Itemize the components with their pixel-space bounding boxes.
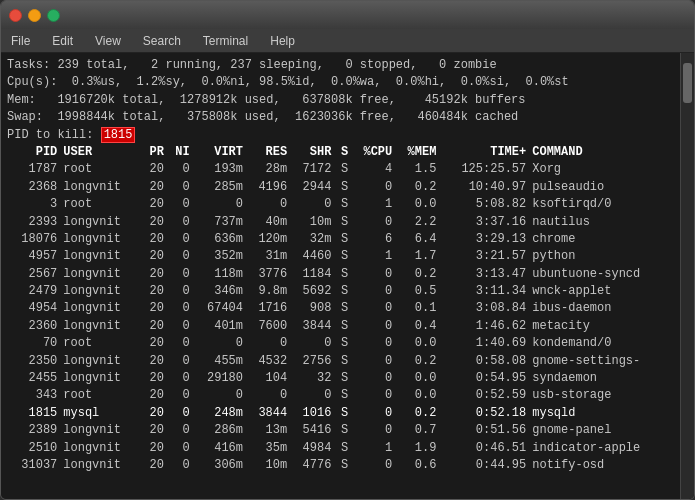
cell-pid: 343 xyxy=(7,387,60,404)
cell-%cpu: 1 xyxy=(351,440,395,457)
menu-item-edit[interactable]: Edit xyxy=(48,32,77,50)
table-row: 18076longvnit200636m120m32mS66.43:29.13c… xyxy=(7,231,674,248)
cell-%mem: 0.0 xyxy=(395,370,439,387)
cell-pid: 2350 xyxy=(7,353,60,370)
cell-command: ubuntuone-syncd xyxy=(529,266,674,283)
close-button[interactable] xyxy=(9,9,22,22)
cell-pr: 20 xyxy=(141,440,167,457)
cell-time+: 1:40.69 xyxy=(439,335,529,352)
menu-item-help[interactable]: Help xyxy=(266,32,299,50)
col-header-virt: VIRT xyxy=(193,144,246,161)
cell-pr: 20 xyxy=(141,387,167,404)
cell-%cpu: 0 xyxy=(351,179,395,196)
cell-virt: 306m xyxy=(193,457,246,474)
cell-user: longvnit xyxy=(60,214,141,231)
cell-pr: 20 xyxy=(141,335,167,352)
table-row: 2360longvnit200401m76003844S00.41:46.62m… xyxy=(7,318,674,335)
cell-pid: 4954 xyxy=(7,300,60,317)
col-header-command: COMMAND xyxy=(529,144,674,161)
pid-kill-line: PID to kill: 1815 xyxy=(7,127,674,144)
menu-item-file[interactable]: File xyxy=(7,32,34,50)
cell-shr: 5692 xyxy=(290,283,334,300)
cell-ni: 0 xyxy=(167,370,193,387)
cell-user: root xyxy=(60,335,141,352)
cell-virt: 737m xyxy=(193,214,246,231)
cell-time+: 3:11.34 xyxy=(439,283,529,300)
table-row: 343root200000S00.00:52.59usb-storage xyxy=(7,387,674,404)
cell-res: 40m xyxy=(246,214,290,231)
cell-res: 0 xyxy=(246,335,290,352)
table-row: 3root200000S10.05:08.82ksoftirqd/0 xyxy=(7,196,674,213)
cell-virt: 285m xyxy=(193,179,246,196)
cell-%cpu: 0 xyxy=(351,300,395,317)
cell-shr: 4460 xyxy=(290,248,334,265)
cell-command: ibus-daemon xyxy=(529,300,674,317)
cell-pr: 20 xyxy=(141,353,167,370)
scrollbar-thumb[interactable] xyxy=(683,63,692,103)
cell-%cpu: 1 xyxy=(351,196,395,213)
terminal-content[interactable]: Tasks: 239 total, 2 running, 237 sleepin… xyxy=(1,53,680,499)
table-row: 4957longvnit200352m31m4460S11.73:21.57py… xyxy=(7,248,674,265)
col-header-%cpu: %CPU xyxy=(351,144,395,161)
cell-pr: 20 xyxy=(141,161,167,178)
cell-pr: 20 xyxy=(141,422,167,439)
cell-command: Xorg xyxy=(529,161,674,178)
cell-%mem: 0.2 xyxy=(395,353,439,370)
cell-s: S xyxy=(334,457,351,474)
cell-%mem: 0.6 xyxy=(395,457,439,474)
col-header-time+: TIME+ xyxy=(439,144,529,161)
col-header-pr: PR xyxy=(141,144,167,161)
cell-res: 10m xyxy=(246,457,290,474)
cell-time+: 125:25.57 xyxy=(439,161,529,178)
cell-user: longvnit xyxy=(60,231,141,248)
menu-item-terminal[interactable]: Terminal xyxy=(199,32,252,50)
process-table: PIDUSERPRNIVIRTRESSHRS%CPU%MEMTIME+COMMA… xyxy=(7,144,674,474)
table-row: 2510longvnit200416m35m4984S11.90:46.51in… xyxy=(7,440,674,457)
cell-pr: 20 xyxy=(141,370,167,387)
minimize-button[interactable] xyxy=(28,9,41,22)
cell-shr: 32 xyxy=(290,370,334,387)
menu-item-search[interactable]: Search xyxy=(139,32,185,50)
cell-time+: 1:46.62 xyxy=(439,318,529,335)
cell-%cpu: 0 xyxy=(351,457,395,474)
cell-shr: 2944 xyxy=(290,179,334,196)
cell-user: longvnit xyxy=(60,370,141,387)
cell-pid: 1815 xyxy=(7,405,60,422)
cell-user: longvnit xyxy=(60,283,141,300)
cell-s: S xyxy=(334,353,351,370)
terminal-body: Tasks: 239 total, 2 running, 237 sleepin… xyxy=(1,53,694,499)
cell-pr: 20 xyxy=(141,405,167,422)
cell-s: S xyxy=(334,405,351,422)
cell-s: S xyxy=(334,214,351,231)
table-row: 1787root200193m28m7172S41.5125:25.57Xorg xyxy=(7,161,674,178)
cell-user: longvnit xyxy=(60,179,141,196)
cell-user: longvnit xyxy=(60,318,141,335)
cell-pr: 20 xyxy=(141,283,167,300)
cell-virt: 67404 xyxy=(193,300,246,317)
cell-res: 13m xyxy=(246,422,290,439)
scrollbar[interactable] xyxy=(680,53,694,499)
cell-shr: 5416 xyxy=(290,422,334,439)
cell-res: 1716 xyxy=(246,300,290,317)
cell-command: gnome-panel xyxy=(529,422,674,439)
cell-user: longvnit xyxy=(60,422,141,439)
cell-%mem: 0.5 xyxy=(395,283,439,300)
cell-%mem: 0.0 xyxy=(395,196,439,213)
status-line: Mem: 1916720k total, 1278912k used, 6378… xyxy=(7,92,674,109)
menu-item-view[interactable]: View xyxy=(91,32,125,50)
table-row: 2479longvnit200346m9.8m5692S00.53:11.34w… xyxy=(7,283,674,300)
cell-pid: 3 xyxy=(7,196,60,213)
cell-ni: 0 xyxy=(167,231,193,248)
cell-virt: 401m xyxy=(193,318,246,335)
cell-user: root xyxy=(60,161,141,178)
cell-shr: 7172 xyxy=(290,161,334,178)
cell-ni: 0 xyxy=(167,161,193,178)
cell-s: S xyxy=(334,161,351,178)
maximize-button[interactable] xyxy=(47,9,60,22)
cell-command: gnome-settings- xyxy=(529,353,674,370)
col-header-shr: SHR xyxy=(290,144,334,161)
table-row: 1815mysql200248m38441016S00.20:52.18mysq… xyxy=(7,405,674,422)
cell-pid: 4957 xyxy=(7,248,60,265)
col-header-s: S xyxy=(334,144,351,161)
col-header-%mem: %MEM xyxy=(395,144,439,161)
